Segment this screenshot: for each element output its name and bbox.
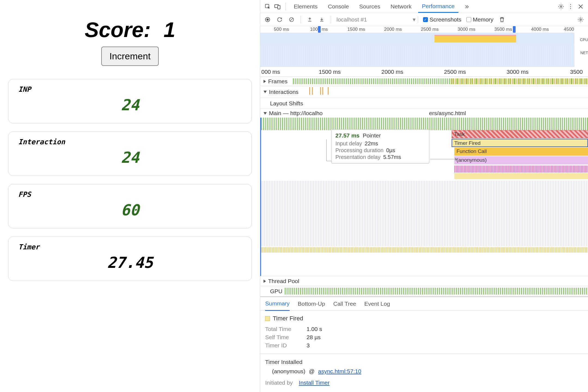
disclosure-right-icon[interactable] [264,280,266,283]
tooltip-duration: 27.57 ms [335,132,360,139]
tab-console[interactable]: Console [324,0,353,13]
kv-key: Timer ID [265,342,301,349]
tip-k: Processing duration [335,147,384,154]
tab-elements[interactable]: Elements [290,0,321,13]
upload-icon[interactable] [306,16,313,23]
event-swatch [265,316,270,321]
stack-at: @ [309,368,315,374]
kv-val: 3 [307,342,310,349]
inp-card: INP 24 [8,79,252,123]
ov-tick: 3500 ms [494,27,512,32]
download-icon[interactable] [318,16,325,23]
overview-minimap[interactable]: 500 ms 1000 ms 1500 ms 2000 ms 2500 ms 3… [260,26,588,67]
ov-tick: 2000 ms [384,27,402,32]
tab-performance[interactable]: Performance [418,0,458,13]
timer-installed-heading: Timer Installed [265,359,583,365]
context-selector[interactable]: localhost #1 ▾ [336,16,418,23]
close-icon[interactable] [577,3,584,10]
inspect-icon[interactable] [264,3,271,10]
kv-key: Total Time [265,326,301,332]
thread-pool-lane[interactable]: Thread Pool [260,276,588,286]
segment-function-call[interactable]: Function Call [454,148,588,156]
tl-tick: 3500 [570,69,583,75]
disclosure-down-icon[interactable] [264,112,267,115]
disclosure-right-icon[interactable] [264,80,266,83]
ov-tick: 4000 ms [531,27,549,32]
svg-point-7 [580,19,581,20]
gear-icon[interactable] [558,3,565,10]
chevron-down-icon: ▾ [413,16,416,23]
screenshots-checkbox[interactable]: ✓ Screenshots [423,16,461,23]
ov-tick: 3000 ms [458,27,475,32]
gc-icon[interactable] [498,16,506,23]
increment-button[interactable]: Increment [101,47,159,66]
tip-k: Presentation delay [335,154,381,160]
kv-key: Self Time [265,334,301,341]
clear-icon[interactable] [288,16,295,23]
memory-checkbox[interactable]: Memory [466,16,494,23]
segment-timer-fired[interactable]: Timer Fired [452,139,588,147]
interactions-lane[interactable]: Interactions [260,86,588,98]
app-pane: Score: 1 Increment INP 24 Interaction 24… [0,0,260,392]
tooltip-arrow-icon [430,159,457,159]
stack-fn: (anonymous) [272,368,305,374]
tip-v: 5.57ms [383,154,401,160]
segment-task[interactable]: Task [452,130,588,138]
screenshots-label: Screenshots [430,16,461,23]
interaction-card: Interaction 24 [8,131,252,176]
kebab-icon[interactable]: ⋮ [567,3,574,10]
disclosure-down-icon[interactable] [264,91,267,93]
main-url-tail: ers/async.html [429,110,466,117]
initiated-label: Initiated by [265,379,293,386]
frames-label: Frames [268,78,287,85]
tab-network[interactable]: Network [387,0,415,13]
ov-tick: 1500 ms [347,27,365,32]
thread-pool-label: Thread Pool [268,278,299,284]
tab-sources[interactable]: Sources [356,0,384,13]
tip-k: Input delay [335,140,362,147]
timer-value: 27.45 [18,254,242,271]
timeline-ruler: 000 ms 1500 ms 2000 ms 2500 ms 3000 ms 3… [260,67,588,77]
details-tab-call-tree[interactable]: Call Tree [333,301,356,307]
memory-label: Memory [473,16,494,23]
tab-more[interactable]: » [461,0,473,13]
segment-pink[interactable] [454,166,588,173]
details-tab-summary[interactable]: Summary [265,300,290,311]
overview-ruler: 500 ms 1000 ms 1500 ms 2000 ms 2500 ms 3… [260,26,574,33]
kv-val: 28 µs [307,334,321,341]
segment-pale[interactable] [454,173,588,179]
cpu-activity-block [434,35,516,42]
reload-icon[interactable] [276,16,283,23]
frames-lane[interactable]: Frames [260,77,588,86]
check-icon: ✓ [423,17,428,22]
score-display: Score: 1 [7,17,253,42]
initiated-link[interactable]: Install Timer [299,379,330,386]
ov-tick: 2500 ms [421,27,439,32]
tl-tick: 2000 ms [381,69,403,75]
fps-card: FPS 60 [8,184,252,228]
flame-chart[interactable]: 000 ms 1500 ms 2000 ms 2500 ms 3000 ms 3… [260,67,588,296]
segment-anonymous[interactable]: (anonymous) [454,156,588,164]
stack-location-link[interactable]: async.html:57:10 [318,368,362,374]
tooltip-name: Pointer [363,132,381,139]
details-tab-event-log[interactable]: Event Log [364,301,390,307]
devtools-panel: Elements Console Sources Network Perform… [260,0,588,392]
capture-settings-icon[interactable] [577,16,584,23]
tip-v: 0µs [386,147,395,154]
range-handle-right[interactable] [513,26,516,33]
details-panel: Summary Bottom-Up Call Tree Event Log Ti… [260,296,588,392]
details-tab-bottom-up[interactable]: Bottom-Up [298,301,325,307]
record-icon[interactable] [264,16,271,23]
svg-rect-2 [278,5,280,9]
main-label: Main — http://localho [269,110,323,117]
range-handle-left[interactable] [318,26,321,33]
interaction-value: 24 [18,149,242,166]
layout-shifts-lane[interactable]: Layout Shifts [260,98,588,109]
device-icon[interactable] [274,3,281,10]
gpu-label: GPU [270,288,283,295]
fps-value: 60 [18,201,242,219]
cpu-label: CPU [580,38,588,42]
gpu-lane[interactable]: GPU [260,286,588,296]
net-label: NET [580,51,588,55]
main-thread-lane[interactable]: Main — http://localho ers/async.html 27.… [260,109,588,276]
